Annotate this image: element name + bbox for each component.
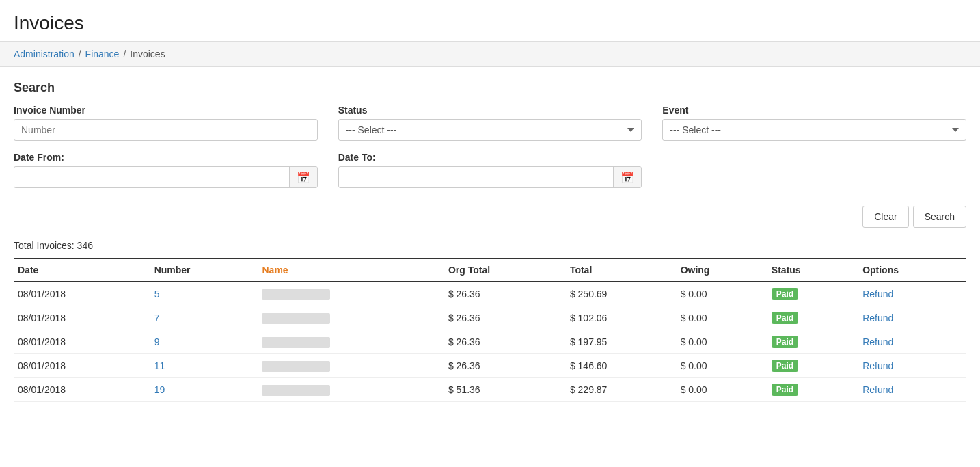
cell-total: $ 102.06: [566, 306, 677, 330]
cell-name: vers: [258, 306, 444, 330]
cell-name: redacted: [258, 378, 444, 402]
cell-status: Paid: [767, 354, 858, 378]
cell-total: $ 197.95: [566, 330, 677, 354]
invoices-table-container: Date Number Name Org Total Total Owing S…: [0, 258, 980, 402]
search-button[interactable]: Search: [913, 206, 966, 228]
status-select[interactable]: --- Select ---: [338, 119, 642, 141]
invoice-number-link[interactable]: 11: [154, 360, 165, 371]
cell-number: 19: [150, 378, 258, 402]
cell-date: 08/01/2018: [14, 330, 150, 354]
status-badge: Paid: [772, 288, 798, 300]
status-label: Status: [338, 105, 642, 116]
cell-org-total: $ 26.36: [444, 330, 566, 354]
date-from-wrapper: 📅: [14, 166, 318, 188]
cell-total: $ 250.69: [566, 282, 677, 306]
event-group: Event --- Select ---: [662, 105, 966, 141]
invoice-number-link[interactable]: 19: [154, 384, 165, 395]
refund-link[interactable]: Refund: [862, 336, 893, 347]
cell-owing: $ 0.00: [677, 378, 767, 402]
total-invoices-label: Total Invoices: 346: [0, 237, 980, 258]
invoice-number-input[interactable]: [14, 119, 318, 141]
cell-options: Refund: [858, 330, 966, 354]
redacted-name: vers: [262, 313, 330, 324]
invoice-number-link[interactable]: 5: [154, 289, 160, 299]
cell-status: Paid: [767, 330, 858, 354]
invoice-number-group: Invoice Number: [14, 105, 318, 141]
action-buttons: Clear Search: [0, 206, 980, 228]
cell-org-total: $ 26.36: [444, 354, 566, 378]
col-header-options: Options: [858, 258, 966, 282]
col-header-status: Status: [767, 258, 858, 282]
cell-total: $ 146.60: [566, 354, 677, 378]
status-group: Status --- Select ---: [338, 105, 642, 141]
cell-number: 11: [150, 354, 258, 378]
cell-owing: $ 0.00: [677, 354, 767, 378]
cell-options: Refund: [858, 378, 966, 402]
event-select[interactable]: --- Select ---: [662, 119, 966, 141]
table-row: 08/01/20185Reeves$ 26.36$ 250.69$ 0.00Pa…: [14, 282, 966, 306]
cell-number: 7: [150, 306, 258, 330]
col-header-org-total: Org Total: [444, 258, 566, 282]
cell-org-total: $ 26.36: [444, 282, 566, 306]
cell-name: Reeves: [258, 282, 444, 306]
search-title: Search: [14, 81, 966, 95]
date-from-input[interactable]: [14, 167, 289, 187]
redacted-name: e Demars: [262, 361, 330, 372]
redacted-name: Reeves: [262, 289, 330, 300]
status-badge: Paid: [772, 384, 798, 396]
breadcrumb-finance[interactable]: Finance: [85, 49, 120, 59]
cell-owing: $ 0.00: [677, 330, 767, 354]
table-header-row: Date Number Name Org Total Total Owing S…: [14, 258, 966, 282]
refund-link[interactable]: Refund: [862, 289, 893, 299]
cell-number: 5: [150, 282, 258, 306]
cell-date: 08/01/2018: [14, 282, 150, 306]
redacted-name: ITON: [262, 337, 330, 348]
cell-status: Paid: [767, 378, 858, 402]
col-header-name: Name: [258, 258, 444, 282]
cell-options: Refund: [858, 282, 966, 306]
table-row: 08/01/20187vers$ 26.36$ 102.06$ 0.00Paid…: [14, 306, 966, 330]
cell-name: ITON: [258, 330, 444, 354]
date-from-label: Date From:: [14, 152, 318, 163]
date-to-wrapper: 📅: [338, 166, 642, 188]
cell-status: Paid: [767, 282, 858, 306]
search-section: Search Invoice Number Status --- Select …: [0, 67, 980, 206]
date-row-spacer: [662, 152, 966, 188]
table-row: 08/01/201811e Demars$ 26.36$ 146.60$ 0.0…: [14, 354, 966, 378]
status-badge: Paid: [772, 312, 798, 324]
date-to-input[interactable]: [339, 167, 614, 187]
cell-date: 08/01/2018: [14, 306, 150, 330]
date-to-label: Date To:: [338, 152, 642, 163]
date-from-calendar-button[interactable]: 📅: [289, 167, 317, 187]
refund-link[interactable]: Refund: [862, 312, 893, 323]
breadcrumb: Administration / Finance / Invoices: [0, 42, 980, 67]
redacted-name: redacted: [262, 385, 330, 396]
search-form-grid: Invoice Number Status --- Select --- Eve…: [14, 105, 966, 141]
cell-org-total: $ 51.36: [444, 378, 566, 402]
status-badge: Paid: [772, 360, 798, 372]
cell-date: 08/01/2018: [14, 378, 150, 402]
col-header-owing: Owing: [677, 258, 767, 282]
cell-name: e Demars: [258, 354, 444, 378]
cell-date: 08/01/2018: [14, 354, 150, 378]
date-to-group: Date To: 📅: [338, 152, 642, 188]
date-from-group: Date From: 📅: [14, 152, 318, 188]
table-row: 08/01/201819redacted$ 51.36$ 229.87$ 0.0…: [14, 378, 966, 402]
cell-status: Paid: [767, 306, 858, 330]
col-header-number: Number: [150, 258, 258, 282]
invoice-number-link[interactable]: 9: [154, 336, 160, 347]
date-to-calendar-button[interactable]: 📅: [613, 167, 641, 187]
refund-link[interactable]: Refund: [862, 360, 893, 371]
invoice-number-link[interactable]: 7: [154, 312, 160, 323]
clear-button[interactable]: Clear: [862, 206, 908, 228]
cell-owing: $ 0.00: [677, 282, 767, 306]
refund-link[interactable]: Refund: [862, 384, 893, 395]
event-label: Event: [662, 105, 966, 116]
breadcrumb-sep-2: /: [123, 49, 126, 59]
table-row: 08/01/20189ITON$ 26.36$ 197.95$ 0.00Paid…: [14, 330, 966, 354]
breadcrumb-sep-1: /: [79, 49, 81, 59]
col-header-date: Date: [14, 258, 150, 282]
breadcrumb-administration[interactable]: Administration: [14, 49, 74, 59]
cell-options: Refund: [858, 306, 966, 330]
col-header-total: Total: [566, 258, 677, 282]
